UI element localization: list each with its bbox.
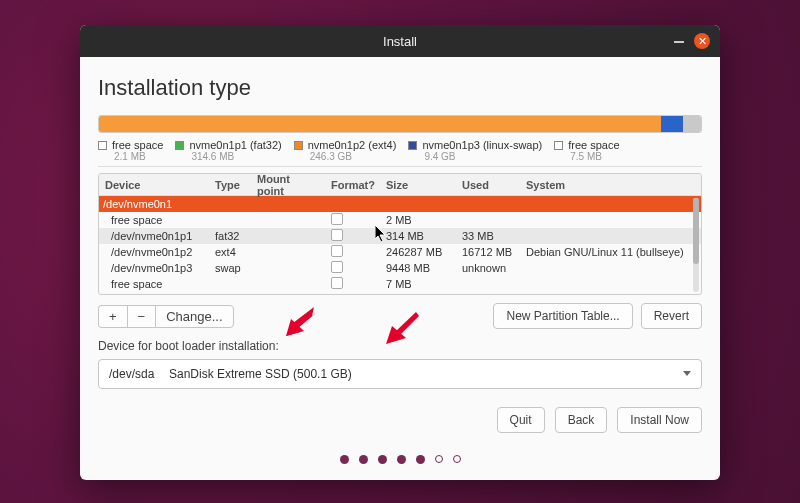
partition-legend: free space2.1 MBnvme0n1p1 (fat32)314.6 M… [98, 139, 702, 167]
quit-button[interactable]: Quit [497, 407, 545, 433]
cell-size: 7 MB [380, 278, 456, 290]
step-dot [416, 455, 425, 464]
disk-segment-free [683, 116, 701, 132]
cell-format [325, 213, 380, 227]
window-title: Install [383, 34, 417, 49]
col-mount[interactable]: Mount point [251, 173, 325, 197]
legend-size: 246.3 GB [310, 151, 397, 162]
legend-label: nvme0n1p3 (linux-swap) [422, 139, 542, 151]
format-checkbox[interactable] [331, 229, 343, 241]
cell-used: unknown [456, 262, 520, 274]
col-device[interactable]: Device [99, 179, 209, 191]
install-now-button[interactable]: Install Now [617, 407, 702, 433]
cell-device: free space [99, 214, 209, 226]
table-row[interactable]: free space2 MB [99, 212, 701, 228]
legend-item[interactable]: nvme0n1p2 (ext4)246.3 GB [294, 139, 397, 162]
back-button[interactable]: Back [555, 407, 608, 433]
format-checkbox[interactable] [331, 245, 343, 257]
format-checkbox[interactable] [331, 213, 343, 225]
cell-system: Debian GNU/Linux 11 (bullseye) [520, 246, 701, 258]
cell-used: 16712 MB [456, 246, 520, 258]
cell-device: /dev/nvme0n1p2 [99, 246, 209, 258]
disk-usage-bar[interactable] [98, 115, 702, 133]
step-dot [340, 455, 349, 464]
col-type[interactable]: Type [209, 179, 251, 191]
col-system[interactable]: System [520, 179, 701, 191]
installer-window: Install ✕ Installation type free space2.… [80, 25, 720, 480]
cell-type: fat32 [209, 230, 251, 242]
scrollbar-thumb[interactable] [693, 198, 699, 264]
wizard-footer: Quit Back Install Now [98, 407, 702, 433]
step-dot [453, 455, 461, 463]
legend-label: free space [112, 139, 163, 151]
legend-swatch [175, 141, 184, 150]
legend-swatch [554, 141, 563, 150]
cell-device: /dev/nvme0n1p1 [99, 230, 209, 242]
legend-label: nvme0n1p2 (ext4) [308, 139, 397, 151]
legend-swatch [98, 141, 107, 150]
legend-item[interactable]: nvme0n1p3 (linux-swap)9.4 GB [408, 139, 542, 162]
remove-partition-button[interactable]: − [127, 305, 156, 328]
revert-button[interactable]: Revert [641, 303, 702, 329]
step-dot [359, 455, 368, 464]
page-heading: Installation type [98, 75, 702, 101]
change-partition-button[interactable]: Change... [155, 305, 233, 328]
table-row[interactable]: /dev/nvme0n1p3swap9448 MBunknown [99, 260, 701, 276]
cell-used: 33 MB [456, 230, 520, 242]
cell-format [325, 277, 380, 291]
bootloader-device-select[interactable]: /dev/sda SanDisk Extreme SSD (500.1 GB) [98, 359, 702, 389]
partition-table: Device Type Mount point Format? Size Use… [98, 173, 702, 295]
disk-segment-swap [661, 116, 683, 132]
bootloader-label: Device for boot loader installation: [98, 339, 702, 353]
legend-size: 7.5 MB [570, 151, 619, 162]
legend-item[interactable]: nvme0n1p1 (fat32)314.6 MB [175, 139, 281, 162]
cell-type: swap [209, 262, 251, 274]
legend-size: 9.4 GB [424, 151, 542, 162]
cell-type: ext4 [209, 246, 251, 258]
legend-swatch [294, 141, 303, 150]
chevron-down-icon [683, 371, 691, 376]
partition-toolbar: + − Change... New Partition Table... Rev… [98, 303, 702, 329]
legend-label: free space [568, 139, 619, 151]
step-dot [378, 455, 387, 464]
content-area: Installation type free space2.1 MBnvme0n… [80, 57, 720, 480]
cell-size: 314 MB [380, 230, 456, 242]
disk-segment-main [99, 116, 661, 132]
cell-device: free space [99, 278, 209, 290]
legend-size: 314.6 MB [191, 151, 281, 162]
cell-size: 2 MB [380, 214, 456, 226]
close-button[interactable]: ✕ [694, 33, 710, 49]
step-dot [397, 455, 406, 464]
table-row[interactable]: free space7 MB [99, 276, 701, 292]
new-partition-table-button[interactable]: New Partition Table... [493, 303, 632, 329]
table-row[interactable]: /dev/nvme0n1p1fat32314 MB33 MB [99, 228, 701, 244]
cell-format [325, 261, 380, 275]
cell-device: /dev/nvme0n1 [99, 198, 209, 210]
bootloader-desc: SanDisk Extreme SSD (500.1 GB) [169, 367, 352, 381]
col-used[interactable]: Used [456, 179, 520, 191]
cell-format [325, 245, 380, 259]
table-row[interactable]: /dev/nvme0n1p2ext4246287 MB16712 MBDebia… [99, 244, 701, 260]
step-dot [435, 455, 443, 463]
format-checkbox[interactable] [331, 277, 343, 289]
table-header: Device Type Mount point Format? Size Use… [99, 174, 701, 196]
legend-label: nvme0n1p1 (fat32) [189, 139, 281, 151]
format-checkbox[interactable] [331, 261, 343, 273]
titlebar: Install ✕ [80, 25, 720, 57]
col-format[interactable]: Format? [325, 179, 380, 191]
minimize-button[interactable] [674, 34, 686, 46]
add-partition-button[interactable]: + [98, 305, 127, 328]
table-body: /dev/nvme0n1free space2 MB/dev/nvme0n1p1… [99, 196, 701, 292]
legend-swatch [408, 141, 417, 150]
table-scrollbar[interactable] [693, 198, 699, 292]
legend-item[interactable]: free space2.1 MB [98, 139, 163, 162]
cell-device: /dev/nvme0n1p3 [99, 262, 209, 274]
cell-size: 246287 MB [380, 246, 456, 258]
legend-size: 2.1 MB [114, 151, 163, 162]
table-row[interactable]: /dev/nvme0n1 [99, 196, 701, 212]
progress-dots [98, 447, 702, 470]
legend-item[interactable]: free space7.5 MB [554, 139, 619, 162]
col-size[interactable]: Size [380, 179, 456, 191]
bootloader-device: /dev/sda [109, 367, 169, 381]
cell-size: 9448 MB [380, 262, 456, 274]
